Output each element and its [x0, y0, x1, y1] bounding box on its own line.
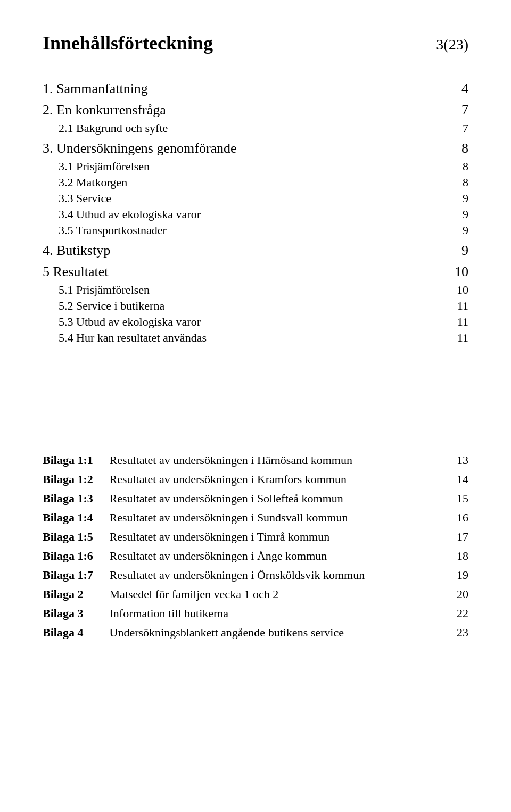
toc-page-number: 4 — [447, 81, 468, 97]
bilaga-page-number: 23 — [447, 626, 468, 640]
toc-label: 3.1 Prisjämförelsen — [59, 160, 447, 173]
toc-item: 5.4 Hur kan resultatet användas11 — [43, 331, 468, 345]
bilaga-id: Bilaga 1:4 — [43, 511, 106, 525]
toc-item: 1. Sammanfattning4 — [43, 81, 468, 97]
toc-page-number: 7 — [447, 121, 468, 135]
bilaga-page-number: 19 — [447, 568, 468, 582]
bilaga-section: Bilaga 1:1 Resultatet av undersökningen … — [43, 453, 468, 640]
bilaga-page-number: 16 — [447, 511, 468, 525]
bilaga-label: Bilaga 1:7 Resultatet av undersökningen … — [43, 568, 447, 582]
page-title: Innehållsförteckning — [43, 32, 213, 54]
bilaga-row: Bilaga 4 Undersökningsblankett angående … — [43, 626, 468, 640]
table-of-contents: 1. Sammanfattning42. En konkurrensfråga7… — [43, 81, 468, 345]
toc-page-number: 11 — [447, 299, 468, 313]
toc-page-number: 9 — [447, 243, 468, 259]
toc-page-number: 8 — [447, 160, 468, 173]
bilaga-id: Bilaga 4 — [43, 626, 106, 640]
bilaga-page-number: 15 — [447, 492, 468, 506]
bilaga-id: Bilaga 2 — [43, 587, 106, 601]
toc-item: 5.1 Prisjämförelsen10 — [43, 283, 468, 297]
toc-item: 3.1 Prisjämförelsen8 — [43, 160, 468, 173]
page-number: 3(23) — [436, 36, 468, 53]
bilaga-id: Bilaga 1:6 — [43, 549, 106, 563]
bilaga-page-number: 13 — [447, 453, 468, 467]
toc-page-number: 9 — [447, 208, 468, 221]
bilaga-label: Bilaga 1:6 Resultatet av undersökningen … — [43, 549, 447, 563]
bilaga-page-number: 17 — [447, 530, 468, 544]
toc-item: 4. Butikstyp9 — [43, 243, 468, 259]
toc-item: 3.4 Utbud av ekologiska varor9 — [43, 208, 468, 221]
toc-label: 4. Butikstyp — [43, 243, 447, 259]
toc-page-number: 10 — [447, 264, 468, 280]
page-header: Innehållsförteckning 3(23) — [43, 32, 468, 54]
toc-label: 2. En konkurrensfråga — [43, 102, 447, 118]
toc-label: 5.3 Utbud av ekologiska varor — [59, 315, 447, 329]
bilaga-id: Bilaga 1:1 — [43, 453, 106, 467]
toc-label: 5.1 Prisjämförelsen — [59, 283, 447, 297]
toc-label: 3.3 Service — [59, 192, 447, 205]
toc-label: 5.2 Service i butikerna — [59, 299, 447, 313]
bilaga-label: Bilaga 2 Matsedel för familjen vecka 1 o… — [43, 587, 447, 601]
toc-label: 3. Undersökningens genomförande — [43, 140, 447, 156]
bilaga-label: Bilaga 1:3 Resultatet av undersökningen … — [43, 492, 447, 506]
toc-item: 2. En konkurrensfråga7 — [43, 102, 468, 118]
spacer — [43, 347, 468, 443]
toc-item: 5 Resultatet10 — [43, 264, 468, 280]
toc-page-number: 11 — [447, 315, 468, 329]
toc-page-number: 9 — [447, 192, 468, 205]
bilaga-row: Bilaga 1:7 Resultatet av undersökningen … — [43, 568, 468, 582]
toc-page-number: 10 — [447, 283, 468, 297]
bilaga-row: Bilaga 1:4 Resultatet av undersökningen … — [43, 511, 468, 525]
bilaga-row: Bilaga 1:3 Resultatet av undersökningen … — [43, 492, 468, 506]
toc-item: 3.3 Service9 — [43, 192, 468, 205]
bilaga-row: Bilaga 3 Information till butikerna22 — [43, 607, 468, 620]
toc-item: 5.2 Service i butikerna11 — [43, 299, 468, 313]
bilaga-row: Bilaga 1:2 Resultatet av undersökningen … — [43, 473, 468, 486]
toc-page-number: 11 — [447, 331, 468, 345]
toc-label: 3.4 Utbud av ekologiska varor — [59, 208, 447, 221]
bilaga-id: Bilaga 1:3 — [43, 492, 106, 506]
bilaga-id: Bilaga 1:7 — [43, 568, 106, 582]
bilaga-row: Bilaga 2 Matsedel för familjen vecka 1 o… — [43, 587, 468, 601]
bilaga-row: Bilaga 1:5 Resultatet av undersökningen … — [43, 530, 468, 544]
bilaga-label: Bilaga 1:2 Resultatet av undersökningen … — [43, 473, 447, 486]
toc-item: 5.3 Utbud av ekologiska varor11 — [43, 315, 468, 329]
bilaga-row: Bilaga 1:6 Resultatet av undersökningen … — [43, 549, 468, 563]
bilaga-id: Bilaga 3 — [43, 607, 106, 620]
toc-label: 1. Sammanfattning — [43, 81, 447, 97]
bilaga-page-number: 22 — [447, 607, 468, 620]
toc-label: 3.2 Matkorgen — [59, 176, 447, 189]
toc-item: 3.2 Matkorgen8 — [43, 176, 468, 189]
toc-label: 3.5 Transportkostnader — [59, 223, 447, 237]
bilaga-label: Bilaga 3 Information till butikerna — [43, 607, 447, 620]
bilaga-label: Bilaga 4 Undersökningsblankett angående … — [43, 626, 447, 640]
bilaga-page-number: 14 — [447, 473, 468, 486]
bilaga-label: Bilaga 1:4 Resultatet av undersökningen … — [43, 511, 447, 525]
toc-item: 3.5 Transportkostnader9 — [43, 223, 468, 237]
bilaga-id: Bilaga 1:2 — [43, 473, 106, 486]
bilaga-row: Bilaga 1:1 Resultatet av undersökningen … — [43, 453, 468, 467]
toc-item: 2.1 Bakgrund och syfte7 — [43, 121, 468, 135]
bilaga-label: Bilaga 1:5 Resultatet av undersökningen … — [43, 530, 447, 544]
bilaga-page-number: 18 — [447, 549, 468, 563]
bilaga-page-number: 20 — [447, 587, 468, 601]
bilaga-label: Bilaga 1:1 Resultatet av undersökningen … — [43, 453, 447, 467]
toc-label: 5 Resultatet — [43, 264, 447, 280]
bilaga-id: Bilaga 1:5 — [43, 530, 106, 544]
toc-page-number: 8 — [447, 140, 468, 156]
toc-page-number: 8 — [447, 176, 468, 189]
toc-page-number: 7 — [447, 102, 468, 118]
toc-item: 3. Undersökningens genomförande8 — [43, 140, 468, 156]
toc-label: 2.1 Bakgrund och syfte — [59, 121, 447, 135]
toc-page-number: 9 — [447, 223, 468, 237]
toc-label: 5.4 Hur kan resultatet användas — [59, 331, 447, 345]
